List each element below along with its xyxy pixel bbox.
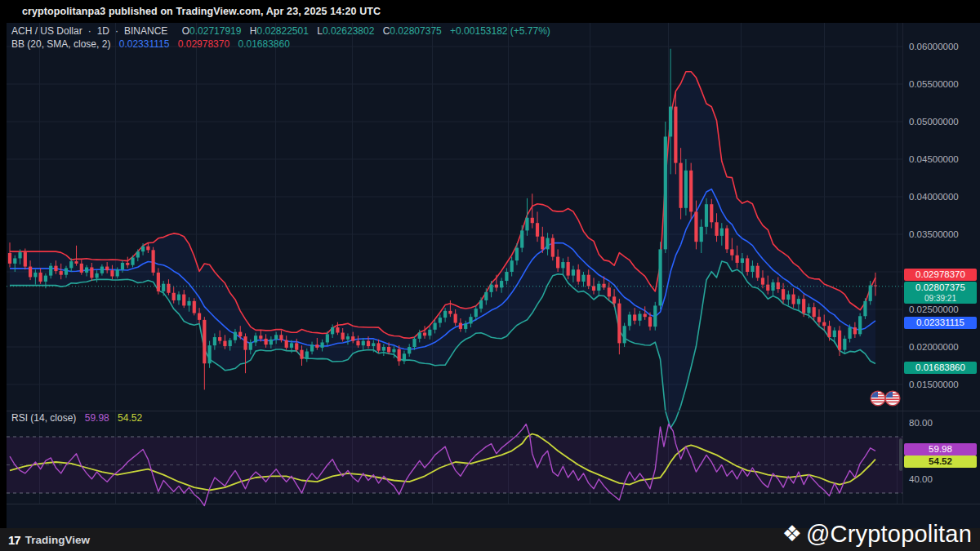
- price-tick-label: 0.01500000: [909, 380, 959, 389]
- watermark: ❖ @Cryptopolitan: [782, 521, 972, 548]
- watermark-handle: @Cryptopolitan: [806, 521, 972, 548]
- rsi-tick-label: 80.00: [909, 418, 933, 428]
- low-label: L: [317, 25, 323, 37]
- bb-basis-price-badge: 0.02331115: [904, 317, 977, 329]
- bb-basis-value: 0.02331115: [119, 38, 170, 50]
- bb-lower-value: 0.01683860: [238, 38, 289, 50]
- rsi-legend-row: RSI (14, close) 59.98 54.52: [11, 412, 142, 424]
- price-tick-label: 0.02000000: [909, 342, 959, 352]
- currency-pair-icons: [867, 389, 905, 408]
- price-tick-label: 0.04000000: [909, 192, 959, 202]
- bb-indicator-label: BB (20, SMA, close, 2): [11, 38, 110, 50]
- binance-diamond-icon: ❖: [782, 523, 802, 545]
- legend-separator: ·: [88, 25, 91, 37]
- bar-countdown: 09:39:21: [904, 293, 977, 304]
- price-tick-label: 0.05500000: [909, 79, 959, 89]
- exchange-label: BINANCE: [124, 25, 167, 37]
- high-value: 0.02822501: [256, 25, 308, 37]
- bb-lower-price-badge: 0.01683860: [904, 362, 977, 374]
- price-tick-label: 0.02500000: [909, 304, 959, 314]
- bb-upper-value: 0.02978370: [178, 38, 229, 50]
- rsi-value: 59.98: [85, 412, 109, 424]
- low-value: 0.02623802: [323, 25, 374, 37]
- symbol-name: ACH / US Dollar: [11, 25, 82, 37]
- open-label: O: [182, 25, 189, 37]
- tradingview-logo-icon: 17: [8, 533, 20, 547]
- bb-legend-row: BB (20, SMA, close, 2) 0.02331115 0.0297…: [11, 38, 290, 50]
- bb-upper-price-badge: 0.02978370: [904, 269, 977, 281]
- quote-currency-flag-icon: [884, 390, 900, 406]
- rsi-ma-value: 54.52: [118, 412, 142, 424]
- publish-info: cryptopolitanpa3 published on TradingVie…: [22, 6, 381, 17]
- price-tick-label: 0.05000000: [909, 117, 959, 127]
- legend-separator: ·: [115, 25, 118, 37]
- base-currency-flag-icon: [870, 390, 885, 406]
- price-chart[interactable]: [0, 0, 980, 551]
- price-tick-label: 0.06000000: [909, 42, 959, 51]
- close-value: 0.02807375: [390, 25, 441, 37]
- tradingview-screenshot: cryptopolitanpa3 published on TradingVie…: [0, 0, 980, 551]
- last-price-badge: 0.02807375 09:39:21: [904, 282, 977, 304]
- price-axis[interactable]: 0.060000000.055000000.050000000.04500000…: [902, 23, 980, 411]
- rsi-value-badge: 59.98: [904, 443, 977, 455]
- last-price-value: 0.02807375: [904, 282, 977, 293]
- rsi-indicator-label: RSI (14, close): [11, 412, 76, 424]
- rsi-tick-label: 40.00: [909, 474, 933, 484]
- change-value: +0.00153182 (+5.77%): [450, 25, 550, 37]
- tradingview-brand-link[interactable]: 17 TradingView: [8, 533, 90, 547]
- price-tick-label: 0.04500000: [909, 154, 959, 164]
- rsi-ma-value-badge: 54.52: [904, 455, 977, 468]
- interval-label: 1D: [97, 25, 109, 37]
- symbol-legend-row: ACH / US Dollar·1D·BINANCE O0.02717919 H…: [11, 25, 550, 37]
- price-tick-label: 0.03500000: [909, 229, 959, 239]
- open-value: 0.02717919: [189, 25, 241, 37]
- tradingview-brand-label: TradingView: [25, 534, 90, 546]
